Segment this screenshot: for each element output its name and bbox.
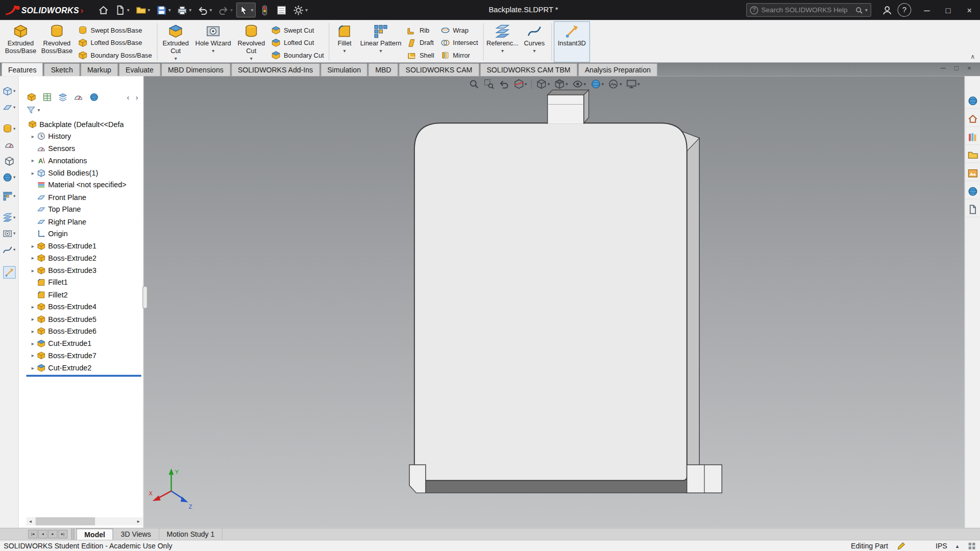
rollback-bar[interactable] [26,374,141,377]
reference-geometry-button[interactable]: Referenc...▾ [485,21,519,63]
propertymanager-tab-icon[interactable] [42,92,52,102]
tree-item-boss-extrude7[interactable]: ▸Boss-Extrude7 [19,349,143,362]
tree-item-backplate-root[interactable]: Backplate (Default<<Defa [19,118,143,130]
doc-minimize-icon[interactable]: ─ [941,64,946,72]
open-button[interactable]: ▾ [133,3,153,17]
tab-simulation[interactable]: Simulation [321,63,368,77]
tree-item-material[interactable]: Material <not specified> [19,179,143,191]
quick-toolbar-icon-8[interactable]: ▾ [2,211,17,223]
scrollbar-thumb[interactable] [36,517,95,525]
extruded-cut-button[interactable]: Extruded Cut▾ [159,21,192,63]
home-tab-button[interactable] [966,112,979,127]
scrollbar-track[interactable] [34,517,134,525]
hole-wizard-button[interactable]: Hole Wizard▾ [192,21,234,63]
file-properties-button[interactable] [274,3,290,17]
print-button[interactable]: ▾ [175,3,194,17]
home-button[interactable] [96,3,112,17]
tab-mbd[interactable]: MBD [369,63,398,77]
solidworks-resources-button[interactable] [966,94,979,109]
quick-toolbar-active-tool[interactable] [3,266,15,279]
edit-appearance-button[interactable]: ▾ [590,79,604,89]
pane-prev-arrow[interactable]: ‹ [127,94,130,100]
undo-button[interactable]: ▾ [195,3,214,17]
view-settings-button[interactable]: ▾ [626,79,640,89]
apply-scene-button[interactable]: ▾ [608,79,622,89]
tree-filter[interactable]: ▾ [19,105,143,118]
hide-show-items-button[interactable]: ▾ [572,79,586,89]
redo-button[interactable]: ▾ [216,3,235,17]
quick-toolbar-icon-2[interactable]: ▾ [2,101,17,113]
units-selector[interactable]: IPS [936,542,947,549]
pane-next-arrow[interactable]: › [136,94,138,100]
linear-pattern-button[interactable]: Linear Pattern▾ [358,21,404,63]
dimxpertmanager-tab-icon[interactable] [74,92,83,102]
tree-item-cut-extrude1[interactable]: ▸Cut-Extrude1 [19,337,143,349]
revolved-boss-button[interactable]: Revolved Boss/Base [39,21,75,63]
wrap-button[interactable]: Wrap [437,24,481,36]
tab-splitter-handle[interactable] [71,529,75,540]
expand-arrow-icon[interactable]: ▸ [29,340,37,346]
close-button[interactable]: × [959,0,980,20]
status-options-caret-icon[interactable]: ▴ [956,542,959,548]
tree-item-fillet1[interactable]: Fillet1 [19,277,143,289]
tree-item-fillet2[interactable]: Fillet2 [19,289,143,301]
scroll-left-arrow[interactable]: ◂ [26,517,34,525]
quick-toolbar-icon-3[interactable]: ▾ [2,122,17,135]
expand-arrow-icon[interactable]: ▸ [29,255,37,261]
expand-arrow-icon[interactable]: ▸ [29,316,37,322]
tab-features[interactable]: Features [1,62,43,76]
display-style-button[interactable]: ▾ [554,79,568,89]
new-document-button[interactable]: ▾ [113,3,132,17]
tab-cam-tbm[interactable]: SOLIDWORKS CAM TBM [480,63,577,77]
expand-arrow-icon[interactable]: ▸ [29,365,37,371]
tree-item-solid-bodies[interactable]: ▸Solid Bodies(1) [19,167,143,179]
tree-item-history[interactable]: ▸History [19,130,143,142]
expand-arrow-icon[interactable]: ▸ [29,267,37,273]
quick-toolbar-icon-7[interactable]: ▾ [2,190,17,202]
design-library-button[interactable] [966,130,979,145]
tab-sketch[interactable]: Sketch [44,63,80,77]
doc-restore-icon[interactable]: □ [954,64,959,72]
configurationmanager-tab-icon[interactable] [58,92,67,102]
curves-button[interactable]: Curves▾ [519,21,549,63]
model-backplate[interactable]: Y X Z [144,76,965,528]
quick-toolbar-icon-1[interactable]: ▾ [2,85,17,97]
instant3d-button[interactable]: Instant3D [554,21,590,63]
help-button[interactable]: ? [897,3,911,17]
tree-item-sensors[interactable]: Sensors [19,142,143,155]
select-tool-button[interactable]: ▾ [236,3,256,17]
swept-boss-button[interactable]: Swept Boss/Base [75,24,155,36]
first-tab-button[interactable]: |◂ [28,530,37,538]
options-button[interactable]: ▾ [291,3,310,17]
tree-item-annotations[interactable]: ▸Annotations [19,155,143,167]
tab-3d-views[interactable]: 3D Views [113,529,159,540]
rib-button[interactable]: Rib [404,24,437,36]
tab-evaluate[interactable]: Evaluate [119,63,161,77]
expand-arrow-icon[interactable]: ▸ [29,353,37,359]
fillet-button[interactable]: Fillet▾ [331,21,357,63]
tree-item-boss-extrude3[interactable]: ▸Boss-Extrude3 [19,264,143,277]
tree-item-cut-extrude2[interactable]: ▸Cut-Extrude2 [19,362,143,374]
lofted-cut-button[interactable]: Lofted Cut [268,36,327,48]
file-explorer-button[interactable] [966,148,979,163]
lofted-boss-button[interactable]: Lofted Boss/Base [75,36,155,48]
save-button[interactable]: ▾ [154,3,174,17]
expand-arrow-icon[interactable]: ▸ [29,243,37,249]
tab-cam[interactable]: SOLIDWORKS CAM [399,63,479,77]
tab-analysis-preparation[interactable]: Analysis Preparation [578,63,657,77]
tree-item-boss-extrude1[interactable]: ▸Boss-Extrude1 [19,240,143,252]
swept-cut-button[interactable]: Swept Cut [268,24,327,36]
minimize-button[interactable]: ─ [916,0,938,20]
rebuild-button[interactable] [257,3,273,17]
scroll-right-arrow[interactable]: ▸ [134,517,142,525]
tree-item-boss-extrude4[interactable]: ▸Boss-Extrude4 [19,301,143,313]
tree-item-front-plane[interactable]: Front Plane [19,191,143,204]
previous-view-button[interactable] [498,79,509,89]
quick-toolbar-icon-10[interactable]: ▾ [2,244,17,256]
intersect-button[interactable]: Intersect [437,36,481,48]
tab-mbd-dimensions[interactable]: MBD Dimensions [161,63,231,77]
previous-tab-button[interactable]: ◂ [38,530,47,538]
quick-toolbar-icon-4[interactable] [3,139,15,151]
section-view-button[interactable]: ▾ [513,79,527,89]
next-tab-button[interactable]: ▸ [48,530,57,538]
